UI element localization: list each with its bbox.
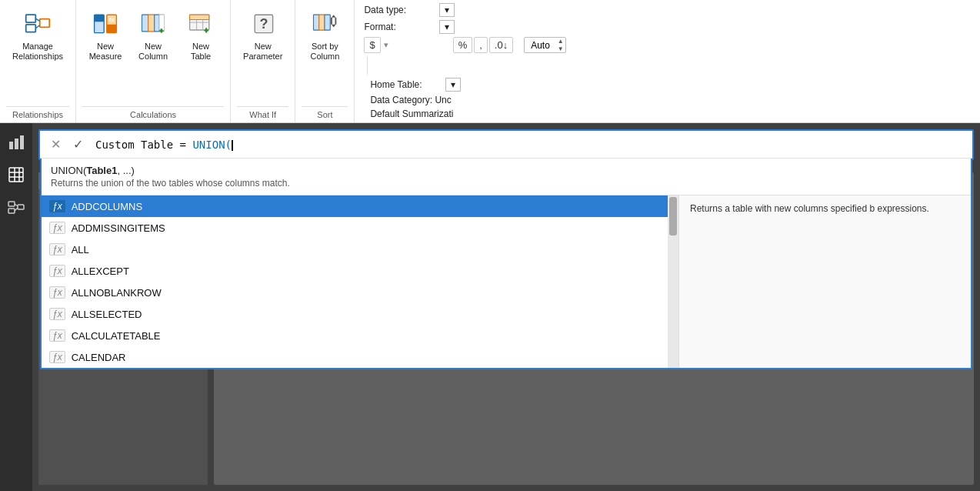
formula-area: ✕ ✓ Custom Table = UNION( UNION(Table1, … [38, 129, 974, 160]
new-column-icon [138, 8, 168, 38]
format-label: Format: [364, 22, 433, 32]
sort-by-column-label: Sort by Column [310, 42, 339, 62]
content-area: ✕ ✓ Custom Table = UNION( UNION(Table1, … [32, 123, 980, 491]
sidebar-icon-table[interactable] [3, 162, 29, 188]
spinner-up[interactable]: ▲ [556, 38, 565, 45]
svg-rect-42 [18, 205, 24, 209]
new-parameter-button[interactable]: ? New Parameter [237, 3, 288, 65]
format-dropdown[interactable]: ▾ [439, 20, 455, 34]
svg-rect-35 [9, 168, 23, 182]
data-type-dropdown[interactable]: ▾ [439, 3, 455, 17]
home-table-dropdown[interactable]: ▾ [445, 78, 461, 92]
manage-rel-icon [22, 8, 53, 38]
percent-button[interactable]: % [453, 37, 473, 53]
whatif-group-items: ? New Parameter [237, 3, 288, 105]
svg-rect-28 [319, 15, 325, 30]
format-buttons-row: $ ▾ % , .0↓ Auto ▲ ▼ [364, 37, 971, 53]
formula-text[interactable]: Custom Table = UNION( [92, 137, 965, 152]
autocomplete-item-label-0: ADDCOLUMNS [72, 201, 142, 212]
comma-button[interactable]: , [474, 37, 488, 53]
sort-by-column-button[interactable]: Sort by Column [302, 3, 348, 65]
main-area: ✕ ✓ Custom Table = UNION( UNION(Table1, … [0, 123, 980, 491]
autocomplete-item-addmissingitems[interactable]: ƒx ADDMISSINGITEMS [42, 217, 668, 239]
calculations-group-items: fx New Measure New [82, 3, 224, 105]
autocomplete-item-all[interactable]: ƒx ALL [42, 239, 668, 260]
formula-bar: ✕ ✓ Custom Table = UNION( [40, 131, 972, 159]
svg-rect-2 [40, 19, 50, 28]
svg-rect-8 [107, 25, 117, 33]
ribbon-separator [367, 56, 368, 75]
autocomplete-item-calendar[interactable]: ƒx CALENDAR [42, 346, 668, 368]
formula-accept-button[interactable]: ✓ [70, 135, 86, 153]
hint-arg1: Table1 [86, 165, 117, 176]
new-parameter-icon: ? [248, 8, 278, 38]
svg-rect-12 [148, 15, 155, 32]
sort-group-label: Sort [302, 106, 348, 121]
formula-cancel-button[interactable]: ✕ [48, 135, 64, 153]
ribbon: Manage Relationships Relationships fx Ne… [0, 0, 980, 123]
data-category-label: Data Category: Unc [370, 95, 451, 105]
autocomplete-scrollbar[interactable] [668, 195, 678, 368]
autocomplete-item-addcolumns[interactable]: ƒx ADDCOLUMNS [42, 195, 668, 217]
sort-group: Sort by Column Sort [295, 0, 355, 122]
home-table-label: Home Table: [370, 79, 439, 90]
autocomplete-desc-body: expressions. [877, 203, 928, 214]
new-measure-icon: fx [90, 8, 121, 38]
spinner-arrows: ▲ ▼ [556, 38, 565, 52]
new-parameter-label: New Parameter [243, 42, 282, 62]
whatif-group-label: What If [237, 106, 288, 121]
data-type-row: Data type: ▾ [364, 3, 971, 17]
autocomplete-item-label-2: ALL [72, 244, 89, 256]
new-table-button[interactable]: New Table [178, 3, 224, 65]
fx-icon-5: ƒx [49, 308, 65, 320]
svg-rect-1 [26, 25, 36, 32]
sidebar-icon-relationship[interactable] [3, 194, 29, 220]
home-table-row: Home Table: ▾ [370, 78, 971, 92]
fx-icon-7: ƒx [49, 351, 65, 363]
sidebar-icon-bar-chart[interactable] [3, 129, 29, 155]
calculations-group: fx New Measure New [76, 0, 231, 122]
manage-relationships-label: Manage Relationships [12, 42, 63, 62]
svg-text:?: ? [259, 16, 268, 32]
svg-rect-32 [9, 142, 13, 149]
auto-spinner: Auto ▲ ▼ [524, 37, 566, 53]
default-summ-label: Default Summarizati [370, 109, 453, 119]
calculations-group-label: Calculations [82, 106, 224, 121]
new-column-button[interactable]: New Column [130, 3, 176, 65]
home-table-section: Home Table: ▾ Data Category: Unc Default… [364, 78, 971, 119]
hint-rest: , ...) [117, 165, 134, 176]
dollar-button[interactable]: $ [364, 37, 380, 53]
autocomplete-hint: UNION(Table1, ...) Returns the union of … [42, 159, 971, 195]
autocomplete-desc: Returns a table with new columns specifi… [678, 195, 971, 368]
new-measure-label: New Measure [89, 42, 122, 62]
fx-icon-0: ƒx [49, 200, 65, 212]
svg-rect-41 [8, 209, 15, 213]
autocomplete-item-allnoblankrow[interactable]: ƒx ALLNOBLANKROW [42, 282, 668, 303]
spinner-down[interactable]: ▼ [556, 45, 565, 53]
svg-rect-13 [155, 15, 159, 32]
autocomplete-item-label-1: ADDMISSINGITEMS [72, 222, 165, 234]
formula-dax: UNION( [192, 139, 232, 151]
sort-by-column-icon [309, 8, 340, 38]
fx-icon-3: ƒx [49, 265, 65, 277]
autocomplete-item-allselected[interactable]: ƒx ALLSELECTED [42, 303, 668, 325]
new-table-label: New Table [191, 42, 211, 62]
autocomplete-list: ƒx ADDCOLUMNS ƒx ADDMISSINGITEMS ƒx ALL [42, 195, 668, 368]
hint-desc: Returns the union of the two tables whos… [51, 178, 962, 189]
autocomplete-item-label-4: ALLNOBLANKROW [72, 287, 162, 299]
autocomplete-item-label-5: ALLSELECTED [72, 309, 142, 320]
hint-func: UNION(Table1, ...) [51, 165, 962, 176]
ribbon-right-section: Data type: ▾ Format: ▾ $ ▾ % , .0↓ Auto … [355, 0, 980, 122]
svg-rect-33 [15, 139, 18, 149]
svg-rect-0 [26, 15, 36, 22]
new-measure-button[interactable]: fx New Measure [82, 3, 128, 65]
decimal-button[interactable]: .0↓ [489, 37, 513, 53]
autocomplete-item-calculatetable[interactable]: ƒx CALCULATETABLE [42, 325, 668, 346]
fx-icon-1: ƒx [49, 222, 65, 234]
autocomplete-item-allexcept[interactable]: ƒx ALLEXCEPT [42, 260, 668, 282]
whatif-group: ? New Parameter What If [231, 0, 295, 122]
data-type-label: Data type: [364, 5, 433, 15]
autocomplete-desc-title: Returns a table with new columns specifi… [690, 203, 875, 214]
manage-relationships-button[interactable]: Manage Relationships [6, 3, 69, 65]
format-row: Format: ▾ [364, 20, 971, 34]
